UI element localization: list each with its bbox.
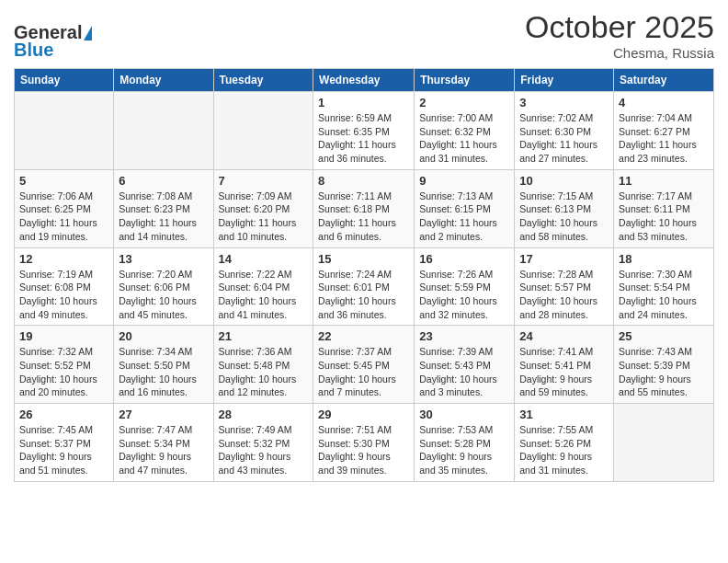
calendar-cell: 30Sunrise: 7:53 AM Sunset: 5:28 PM Dayli… xyxy=(415,404,515,482)
location: Chesma, Russia xyxy=(525,45,714,61)
day-number: 27 xyxy=(119,408,208,421)
week-row-2: 5Sunrise: 7:06 AM Sunset: 6:25 PM Daylig… xyxy=(15,169,714,247)
day-number: 1 xyxy=(318,96,409,109)
calendar-cell: 3Sunrise: 7:02 AM Sunset: 6:30 PM Daylig… xyxy=(515,92,614,170)
day-number: 3 xyxy=(519,96,609,109)
day-info: Sunrise: 7:37 AM Sunset: 5:45 PM Dayligh… xyxy=(318,345,409,399)
calendar-cell: 13Sunrise: 7:20 AM Sunset: 6:06 PM Dayli… xyxy=(114,247,213,326)
day-info: Sunrise: 7:47 AM Sunset: 5:34 PM Dayligh… xyxy=(119,423,208,477)
logo-arrow-icon xyxy=(84,26,92,40)
day-info: Sunrise: 7:28 AM Sunset: 5:57 PM Dayligh… xyxy=(519,268,609,322)
calendar-cell: 5Sunrise: 7:06 AM Sunset: 6:25 PM Daylig… xyxy=(15,169,114,247)
day-header-sunday: Sunday xyxy=(15,69,114,92)
day-info: Sunrise: 7:32 AM Sunset: 5:52 PM Dayligh… xyxy=(19,345,108,399)
calendar-cell: 26Sunrise: 7:45 AM Sunset: 5:37 PM Dayli… xyxy=(15,404,114,482)
calendar-cell: 7Sunrise: 7:09 AM Sunset: 6:20 PM Daylig… xyxy=(213,169,313,247)
day-header-wednesday: Wednesday xyxy=(313,69,415,92)
day-info: Sunrise: 7:02 AM Sunset: 6:30 PM Dayligh… xyxy=(519,111,609,166)
day-number: 20 xyxy=(119,329,208,343)
day-info: Sunrise: 7:06 AM Sunset: 6:25 PM Dayligh… xyxy=(19,190,108,244)
day-number: 16 xyxy=(419,252,509,266)
calendar-cell xyxy=(15,92,114,170)
week-row-1: 1Sunrise: 6:59 AM Sunset: 6:35 PM Daylig… xyxy=(15,92,714,170)
calendar-cell: 21Sunrise: 7:36 AM Sunset: 5:48 PM Dayli… xyxy=(213,326,313,404)
day-number: 13 xyxy=(119,252,208,266)
calendar-cell: 22Sunrise: 7:37 AM Sunset: 5:45 PM Dayli… xyxy=(313,326,415,404)
week-row-3: 12Sunrise: 7:19 AM Sunset: 6:08 PM Dayli… xyxy=(15,247,714,326)
calendar-cell: 12Sunrise: 7:19 AM Sunset: 6:08 PM Dayli… xyxy=(15,247,114,326)
day-info: Sunrise: 7:08 AM Sunset: 6:23 PM Dayligh… xyxy=(119,190,208,244)
day-number: 4 xyxy=(619,96,709,109)
day-number: 19 xyxy=(19,329,108,343)
week-row-5: 26Sunrise: 7:45 AM Sunset: 5:37 PM Dayli… xyxy=(15,404,714,482)
day-number: 15 xyxy=(318,252,409,266)
calendar-cell: 14Sunrise: 7:22 AM Sunset: 6:04 PM Dayli… xyxy=(213,247,313,326)
day-number: 29 xyxy=(318,408,409,421)
calendar-cell: 25Sunrise: 7:43 AM Sunset: 5:39 PM Dayli… xyxy=(614,326,714,404)
day-number: 2 xyxy=(419,96,509,109)
calendar-cell: 2Sunrise: 7:00 AM Sunset: 6:32 PM Daylig… xyxy=(415,92,515,170)
calendar-cell: 20Sunrise: 7:34 AM Sunset: 5:50 PM Dayli… xyxy=(114,326,213,404)
day-info: Sunrise: 7:24 AM Sunset: 6:01 PM Dayligh… xyxy=(318,268,409,322)
day-header-thursday: Thursday xyxy=(415,69,515,92)
day-number: 17 xyxy=(519,252,609,266)
calendar-cell: 10Sunrise: 7:15 AM Sunset: 6:13 PM Dayli… xyxy=(515,169,614,247)
calendar-cell: 27Sunrise: 7:47 AM Sunset: 5:34 PM Dayli… xyxy=(114,404,213,482)
calendar-cell: 11Sunrise: 7:17 AM Sunset: 6:11 PM Dayli… xyxy=(614,169,714,247)
day-number: 28 xyxy=(219,408,309,421)
day-info: Sunrise: 7:36 AM Sunset: 5:48 PM Dayligh… xyxy=(219,345,309,399)
calendar-cell: 24Sunrise: 7:41 AM Sunset: 5:41 PM Dayli… xyxy=(515,326,614,404)
day-header-saturday: Saturday xyxy=(614,69,714,92)
month-title: October 2025 Chesma, Russia xyxy=(525,9,714,61)
day-number: 11 xyxy=(619,174,709,188)
day-header-tuesday: Tuesday xyxy=(213,69,313,92)
day-info: Sunrise: 7:53 AM Sunset: 5:28 PM Dayligh… xyxy=(419,423,509,477)
calendar-cell: 17Sunrise: 7:28 AM Sunset: 5:57 PM Dayli… xyxy=(515,247,614,326)
day-number: 12 xyxy=(19,252,108,266)
calendar-cell: 6Sunrise: 7:08 AM Sunset: 6:23 PM Daylig… xyxy=(114,169,213,247)
day-info: Sunrise: 7:00 AM Sunset: 6:32 PM Dayligh… xyxy=(419,111,509,166)
day-header-friday: Friday xyxy=(515,69,614,92)
day-number: 10 xyxy=(519,174,609,188)
day-info: Sunrise: 7:17 AM Sunset: 6:11 PM Dayligh… xyxy=(619,190,709,244)
calendar-cell: 31Sunrise: 7:55 AM Sunset: 5:26 PM Dayli… xyxy=(515,404,614,482)
header: General Blue October 2025 Chesma, Russia xyxy=(14,9,714,61)
day-info: Sunrise: 7:43 AM Sunset: 5:39 PM Dayligh… xyxy=(619,345,709,399)
day-number: 18 xyxy=(619,252,709,266)
day-number: 22 xyxy=(318,329,409,343)
calendar-cell: 19Sunrise: 7:32 AM Sunset: 5:52 PM Dayli… xyxy=(15,326,114,404)
calendar-cell: 18Sunrise: 7:30 AM Sunset: 5:54 PM Dayli… xyxy=(614,247,714,326)
calendar-cell: 15Sunrise: 7:24 AM Sunset: 6:01 PM Dayli… xyxy=(313,247,415,326)
day-number: 26 xyxy=(19,408,108,421)
day-number: 30 xyxy=(419,408,509,421)
day-number: 7 xyxy=(219,174,309,188)
day-info: Sunrise: 7:11 AM Sunset: 6:18 PM Dayligh… xyxy=(318,190,409,244)
calendar-table: SundayMondayTuesdayWednesdayThursdayFrid… xyxy=(14,68,714,482)
day-number: 9 xyxy=(419,174,509,188)
calendar-cell: 1Sunrise: 6:59 AM Sunset: 6:35 PM Daylig… xyxy=(313,92,415,170)
day-info: Sunrise: 7:26 AM Sunset: 5:59 PM Dayligh… xyxy=(419,268,509,322)
calendar-cell: 8Sunrise: 7:11 AM Sunset: 6:18 PM Daylig… xyxy=(313,169,415,247)
day-info: Sunrise: 7:20 AM Sunset: 6:06 PM Dayligh… xyxy=(119,268,208,322)
day-number: 31 xyxy=(519,408,609,421)
day-info: Sunrise: 6:59 AM Sunset: 6:35 PM Dayligh… xyxy=(318,111,409,166)
day-info: Sunrise: 7:55 AM Sunset: 5:26 PM Dayligh… xyxy=(519,423,609,477)
calendar-cell: 28Sunrise: 7:49 AM Sunset: 5:32 PM Dayli… xyxy=(213,404,313,482)
calendar-cell xyxy=(213,92,313,170)
calendar-cell: 29Sunrise: 7:51 AM Sunset: 5:30 PM Dayli… xyxy=(313,404,415,482)
day-info: Sunrise: 7:34 AM Sunset: 5:50 PM Dayligh… xyxy=(119,345,208,399)
day-info: Sunrise: 7:49 AM Sunset: 5:32 PM Dayligh… xyxy=(219,423,309,477)
calendar-cell xyxy=(614,404,714,482)
day-info: Sunrise: 7:15 AM Sunset: 6:13 PM Dayligh… xyxy=(519,190,609,244)
calendar-cell: 16Sunrise: 7:26 AM Sunset: 5:59 PM Dayli… xyxy=(415,247,515,326)
day-info: Sunrise: 7:41 AM Sunset: 5:41 PM Dayligh… xyxy=(519,345,609,399)
day-number: 8 xyxy=(318,174,409,188)
day-number: 24 xyxy=(519,329,609,343)
day-info: Sunrise: 7:22 AM Sunset: 6:04 PM Dayligh… xyxy=(219,268,309,322)
day-number: 25 xyxy=(619,329,709,343)
month-name: October 2025 xyxy=(525,9,714,45)
day-info: Sunrise: 7:19 AM Sunset: 6:08 PM Dayligh… xyxy=(19,268,108,322)
day-info: Sunrise: 7:30 AM Sunset: 5:54 PM Dayligh… xyxy=(619,268,709,322)
day-info: Sunrise: 7:09 AM Sunset: 6:20 PM Dayligh… xyxy=(219,190,309,244)
day-info: Sunrise: 7:13 AM Sunset: 6:15 PM Dayligh… xyxy=(419,190,509,244)
